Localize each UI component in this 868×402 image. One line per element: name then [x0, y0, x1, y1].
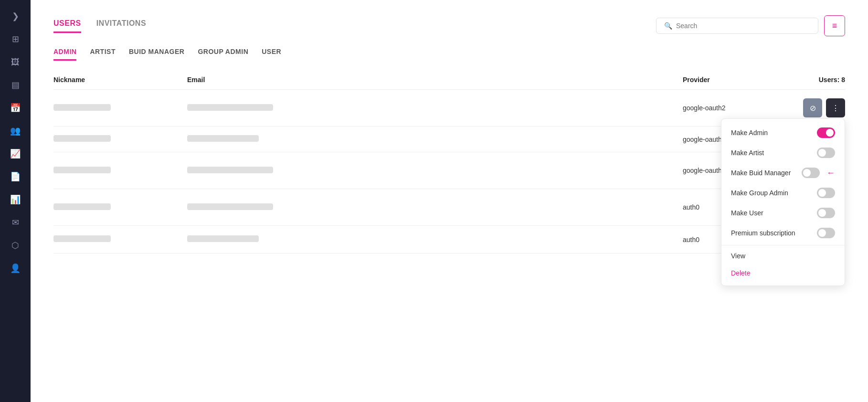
blurred-nickname [53, 203, 111, 210]
make-user-toggle-track [817, 208, 835, 218]
make-user-toggle[interactable] [817, 208, 835, 218]
blurred-email [187, 104, 273, 111]
make-artist-toggle-thumb [818, 149, 826, 157]
make-buid-manager-toggle-thumb [803, 169, 811, 177]
cell-email [187, 135, 683, 143]
filter-icon: ≡ [832, 21, 837, 31]
sidebar-item-calendar[interactable]: 📅 [5, 97, 26, 118]
premium-subscription-toggle-track [817, 228, 835, 238]
tab-invitations[interactable]: INVITATIONS [96, 19, 146, 33]
blurred-email [187, 235, 259, 242]
tab-user[interactable]: USER [262, 48, 281, 61]
main-content: USERS INVITATIONS 🔍 ≡ ADMIN ARTIST BUID … [31, 0, 868, 402]
cell-email [187, 203, 683, 212]
document-icon: 📄 [10, 171, 21, 182]
cell-nickname [53, 203, 187, 212]
tab-artist[interactable]: ARTIST [90, 48, 116, 61]
cell-email [187, 104, 683, 112]
sidebar-item-document[interactable]: 📄 [5, 166, 26, 187]
sidebar-item-collapse[interactable]: ❯ [5, 6, 26, 27]
filter-button[interactable]: ≡ [824, 15, 845, 36]
sidebar-item-analytics[interactable]: 📈 [5, 143, 26, 164]
cell-nickname [53, 104, 187, 112]
dropdown-premium-subscription[interactable]: Premium subscription [721, 223, 845, 243]
sidebar-item-chart[interactable]: 📊 [5, 189, 26, 210]
dropdown-make-admin[interactable]: Make Admin [721, 123, 845, 143]
tab-users[interactable]: USERS [53, 19, 81, 33]
col-provider: Provider [683, 76, 778, 84]
dropdown-make-buid-manager[interactable]: Make Buid Manager ← [721, 163, 845, 183]
more-icon: ⋮ [832, 104, 839, 113]
cell-actions: ⊘ ⋮ [778, 98, 845, 117]
dropdown-make-artist[interactable]: Make Artist [721, 143, 845, 163]
table-header: Nickname Email Provider Users: 8 [53, 72, 845, 90]
ban-icon: ⊘ [810, 104, 816, 113]
make-admin-toggle[interactable] [817, 127, 835, 138]
make-artist-toggle[interactable] [817, 148, 835, 158]
cell-provider: google-oauth2 [683, 104, 778, 112]
sidebar-item-images[interactable]: 🖼 [5, 52, 26, 73]
blurred-email [187, 135, 259, 142]
sidebar-item-users[interactable]: 👥 [5, 120, 26, 141]
cell-nickname [53, 235, 187, 243]
cell-email [187, 235, 683, 243]
search-filter-row: 🔍 ≡ [656, 15, 845, 36]
make-user-toggle-thumb [818, 209, 826, 217]
dropdown-divider [721, 245, 845, 245]
header-row: USERS INVITATIONS 🔍 ≡ [53, 15, 845, 36]
dropdown-view[interactable]: View [721, 247, 845, 264]
col-email: Email [187, 76, 683, 84]
dropdown-make-group-admin[interactable]: Make Group Admin [721, 183, 845, 203]
make-group-admin-toggle[interactable] [817, 188, 835, 198]
make-admin-label: Make Admin [731, 129, 768, 137]
blurred-nickname [53, 235, 111, 242]
blurred-nickname [53, 167, 111, 173]
ban-button[interactable]: ⊘ [803, 98, 822, 117]
sidebar-item-layers[interactable]: ▤ [5, 74, 26, 95]
cell-nickname [53, 167, 187, 175]
col-nickname: Nickname [53, 76, 187, 84]
view-label: View [731, 252, 745, 260]
tab-buid-manager[interactable]: BUID MANAGER [129, 48, 184, 61]
chart-icon: 📊 [10, 194, 21, 205]
search-input[interactable] [676, 22, 810, 30]
dropdown-menu: Make Admin Make Artist [721, 118, 845, 286]
table-row: google-oauth2 ⊘ ⋮ Make Admin [53, 90, 845, 127]
premium-subscription-label: Premium subscription [731, 229, 795, 237]
make-buid-manager-toggle[interactable] [802, 168, 820, 178]
blurred-email [187, 167, 273, 173]
make-artist-toggle-track [817, 148, 835, 158]
users-icon: 👥 [10, 126, 21, 136]
sidebar-item-dashboard[interactable]: ⊞ [5, 29, 26, 50]
make-buid-manager-toggle-track [802, 168, 820, 178]
primary-tabs: USERS INVITATIONS [53, 19, 146, 33]
dashboard-icon: ⊞ [12, 34, 19, 44]
cell-nickname [53, 135, 187, 143]
make-buid-manager-label: Make Buid Manager [731, 169, 791, 177]
images-icon: 🖼 [11, 57, 20, 67]
premium-subscription-toggle-thumb [818, 229, 826, 237]
users-table: Nickname Email Provider Users: 8 google-… [53, 72, 845, 387]
blurred-nickname [53, 104, 111, 111]
delete-label: Delete [731, 269, 750, 277]
profile-icon: 👤 [10, 263, 21, 274]
tab-admin[interactable]: ADMIN [53, 48, 76, 61]
search-box: 🔍 [656, 18, 818, 34]
make-group-admin-toggle-thumb [818, 189, 826, 197]
make-group-admin-label: Make Group Admin [731, 189, 788, 197]
chevron-right-icon: ❯ [12, 11, 19, 21]
sidebar: ❯ ⊞ 🖼 ▤ 📅 👥 📈 📄 📊 ✉ ⬡ 👤 [0, 0, 31, 402]
col-users-count: Users: 8 [778, 76, 845, 84]
sidebar-item-email[interactable]: ✉ [5, 212, 26, 233]
sidebar-item-group[interactable]: ⬡ [5, 235, 26, 256]
search-icon: 🔍 [664, 22, 672, 30]
dropdown-make-user[interactable]: Make User [721, 203, 845, 223]
premium-subscription-toggle[interactable] [817, 228, 835, 238]
blurred-email [187, 203, 273, 210]
tab-group-admin[interactable]: GROUP ADMIN [198, 48, 248, 61]
blurred-nickname [53, 135, 111, 142]
role-tabs: ADMIN ARTIST BUID MANAGER GROUP ADMIN US… [53, 48, 845, 61]
sidebar-item-profile[interactable]: 👤 [5, 258, 26, 279]
more-button[interactable]: ⋮ [826, 98, 845, 117]
dropdown-delete[interactable]: Delete [721, 264, 845, 282]
